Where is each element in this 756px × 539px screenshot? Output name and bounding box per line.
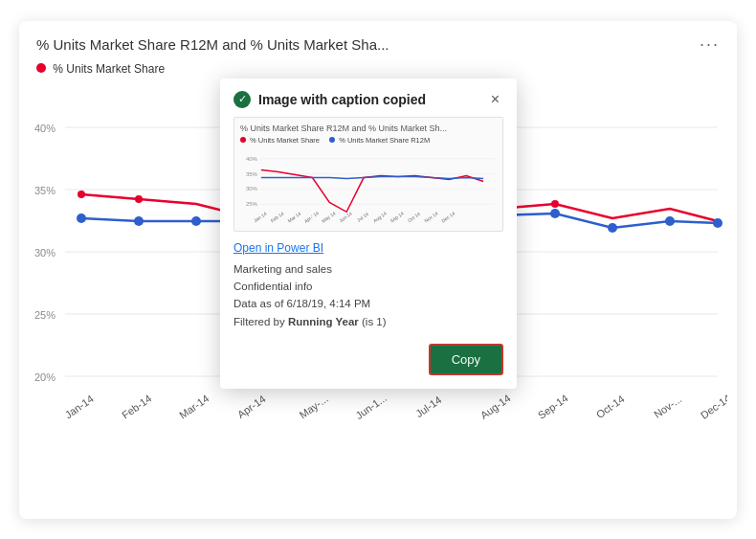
svg-text:Oct-14: Oct-14 [594, 393, 627, 420]
svg-text:Sep-14: Sep-14 [536, 392, 570, 420]
preview-dot-red [240, 137, 246, 143]
legend-dot-red [36, 63, 46, 73]
dialog-preview: % Units Market Share R12M and % Units Ma… [233, 117, 503, 232]
dialog-header: ✓ Image with caption copied × [220, 79, 517, 117]
svg-point-17 [608, 223, 617, 233]
meta-line-3: Data as of 6/18/19, 4:14 PM [233, 295, 503, 312]
svg-text:Jul-14: Jul-14 [413, 393, 443, 419]
check-icon: ✓ [233, 91, 251, 108]
svg-text:Sep 14: Sep 14 [389, 211, 405, 223]
svg-point-18 [665, 216, 675, 226]
chart-more-button[interactable]: ··· [700, 34, 720, 55]
svg-text:35%: 35% [34, 185, 56, 196]
svg-text:Apr-' 14: Apr-' 14 [303, 210, 320, 222]
chart-title: % Units Market Share R12M and % Units Ma… [36, 36, 389, 53]
svg-point-16 [550, 209, 560, 218]
preview-legend: % Units Market Share % Units Market Shar… [240, 136, 497, 145]
preview-legend-item-2: % Units Market Share R12M [329, 136, 430, 145]
svg-point-12 [191, 216, 201, 226]
meta-line-1: Marketing and sales [233, 260, 503, 278]
svg-point-10 [77, 213, 86, 223]
svg-text:Nov-...: Nov-... [652, 393, 683, 419]
svg-text:Feb-14: Feb-14 [120, 392, 153, 420]
svg-text:25%: 25% [246, 201, 258, 207]
svg-text:20%: 20% [34, 371, 56, 383]
svg-text:Nov 14: Nov 14 [424, 211, 439, 223]
svg-text:Mar 14: Mar 14 [287, 211, 302, 223]
svg-text:Jun-14: Jun-14 [339, 211, 353, 223]
svg-text:Feb 14: Feb 14 [270, 211, 285, 223]
svg-text:Apr-14: Apr-14 [235, 393, 268, 420]
copy-dialog: ✓ Image with caption copied × % Units Ma… [220, 79, 517, 390]
chart-title-bar: % Units Market Share R12M and % Units Ma… [19, 21, 737, 62]
preview-chart-svg: 40% 35% 30% 25% Jan 14 Feb 14 Mar 14 Apr… [240, 146, 497, 223]
svg-text:Dec-14: Dec-14 [699, 392, 727, 420]
preview-legend-label-1: % Units Market Share [250, 136, 320, 145]
svg-text:Dec 14: Dec 14 [441, 211, 456, 223]
svg-text:Jan-14: Jan-14 [62, 393, 95, 420]
svg-text:Aug-14: Aug-14 [478, 392, 513, 420]
close-button[interactable]: × [487, 90, 503, 109]
preview-title: % Units Market Share R12M and % Units Ma… [240, 124, 497, 133]
svg-text:30%: 30% [34, 247, 56, 258]
svg-text:Jul 14: Jul 14 [356, 212, 369, 223]
svg-text:Oct 14: Oct 14 [407, 211, 421, 222]
open-in-powerbi-link[interactable]: Open in Power BI [233, 241, 503, 255]
meta-line-2: Confidential info [233, 278, 503, 295]
dialog-meta: Marketing and sales Confidential info Da… [233, 260, 503, 331]
legend-label-1: % Units Market Share [53, 62, 165, 76]
svg-text:Jun-1...: Jun-1... [353, 392, 389, 421]
dialog-header-left: ✓ Image with caption copied [233, 91, 426, 108]
preview-legend-item-1: % Units Market Share [240, 136, 320, 145]
svg-text:Jan 14: Jan 14 [253, 211, 267, 222]
svg-text:25%: 25% [34, 309, 56, 321]
svg-point-21 [551, 200, 559, 208]
svg-text:May 14: May 14 [321, 211, 336, 223]
main-card: % Units Market Share R12M and % Units Ma… [19, 21, 737, 519]
preview-dot-blue [329, 137, 335, 143]
svg-text:40%: 40% [34, 123, 56, 134]
svg-text:30%: 30% [246, 186, 258, 191]
copy-button[interactable]: Copy [429, 344, 503, 375]
svg-point-14 [135, 195, 143, 203]
preview-legend-label-2: % Units Market Share R12M [339, 136, 430, 145]
svg-point-19 [713, 218, 723, 228]
svg-text:Aug 14: Aug 14 [372, 211, 388, 223]
filter-bold: Running Year [288, 316, 359, 327]
svg-text:May-...: May-... [297, 393, 329, 420]
svg-point-13 [78, 191, 85, 198]
svg-text:Mar-14: Mar-14 [177, 392, 211, 420]
legend-item-1: % Units Market Share [36, 62, 165, 76]
dialog-title: Image with caption copied [258, 92, 426, 107]
dialog-footer: Copy [220, 344, 517, 389]
svg-text:35%: 35% [246, 170, 258, 176]
chart-legend: % Units Market Share [19, 62, 737, 79]
meta-line-4: Filtered by Running Year (is 1) [233, 313, 503, 330]
svg-text:40%: 40% [246, 155, 258, 161]
svg-point-11 [134, 216, 144, 226]
